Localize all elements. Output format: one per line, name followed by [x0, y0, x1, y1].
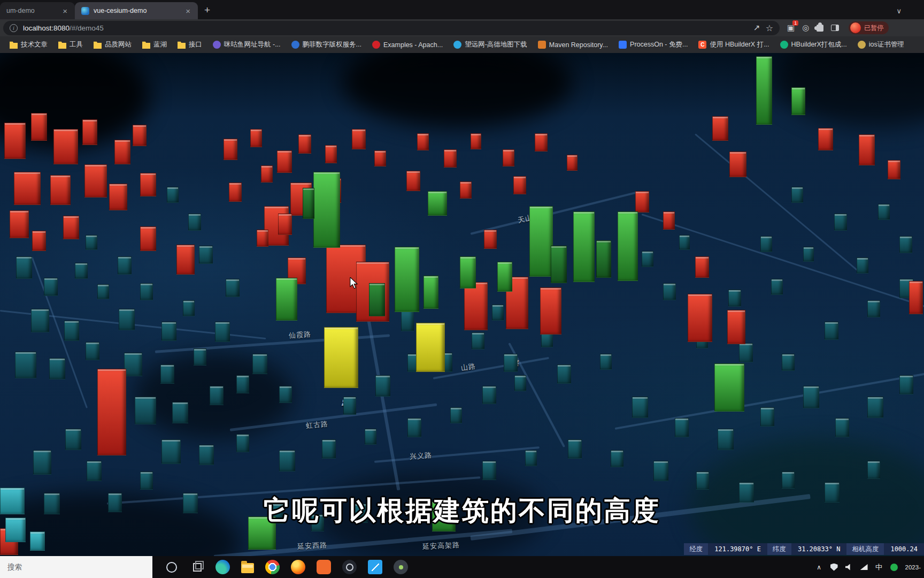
- tray-network-icon[interactable]: [860, 564, 868, 570]
- taskbar-clock[interactable]: 2023-: [900, 564, 924, 571]
- road-label: 虹古路: [305, 419, 328, 431]
- url-path: /#/demo45: [70, 24, 104, 32]
- bookmark-item[interactable]: 接口: [173, 39, 206, 51]
- profile-chip[interactable]: 已暂停: [849, 21, 889, 34]
- building: [663, 283, 676, 300]
- map-shade: [342, 53, 572, 128]
- tray-defender-icon[interactable]: [830, 564, 838, 571]
- site-info-icon[interactable]: i: [10, 24, 18, 32]
- building: [32, 231, 46, 251]
- site-favicon: [453, 41, 461, 49]
- bookmark-label: ProcessOn - 免费...: [630, 40, 688, 49]
- bookmark-label: 蓝湖: [153, 40, 167, 49]
- bookmark-star-icon[interactable]: ☆: [766, 23, 773, 33]
- taskbar-app-vscode-icon[interactable]: [368, 560, 382, 574]
- bookmark-item[interactable]: 工具: [54, 39, 87, 51]
- building: [529, 206, 553, 277]
- building: [471, 133, 481, 149]
- tray-chevron-icon[interactable]: ∧: [815, 564, 823, 571]
- building: [65, 429, 81, 450]
- taskbar-app-explorer-icon[interactable]: [241, 563, 254, 573]
- bookmark-item[interactable]: Maven Repository...: [534, 39, 612, 50]
- bookmark-label: 使用 HBuilderX 打...: [710, 40, 769, 49]
- bookmark-item[interactable]: HBuilderX打包成...: [776, 39, 851, 51]
- bookmark-item[interactable]: 咪咕鱼网址导航 -...: [209, 39, 285, 51]
- building: [867, 461, 880, 479]
- chevron-down-icon[interactable]: ∨: [896, 7, 902, 15]
- building: [226, 279, 240, 297]
- building: [16, 256, 32, 279]
- building: [303, 188, 314, 219]
- building: [756, 56, 772, 125]
- building: [325, 145, 337, 163]
- site-favicon: [858, 41, 866, 49]
- sidebar-panel-icon[interactable]: [831, 25, 839, 31]
- folder-icon: [178, 41, 186, 49]
- cesium-map-canvas[interactable]: 仙霞路虹古路古北路兴义路延安西路延安高架路天山路遵义路山路 它呢可以根据建筑的不…: [0, 53, 924, 556]
- new-tab-button[interactable]: +: [198, 4, 217, 19]
- taskbar-app-ion-icon[interactable]: [394, 560, 408, 574]
- building: [199, 445, 214, 465]
- folder-icon: [142, 41, 150, 49]
- road-label: 延安高架路: [422, 540, 460, 552]
- building: [86, 235, 97, 250]
- close-icon[interactable]: ×: [60, 6, 70, 16]
- building: [343, 397, 356, 415]
- bookmark-item[interactable]: C使用 HBuilderX 打...: [694, 39, 773, 51]
- bookmark-label: 工具: [70, 40, 83, 49]
- bookmark-item[interactable]: ProcessOn - 免费...: [614, 39, 692, 51]
- taskbar-app-edge-icon[interactable]: [215, 560, 230, 574]
- close-icon[interactable]: ×: [183, 6, 192, 16]
- building: [728, 290, 741, 307]
- building: [401, 310, 414, 331]
- bookmark-item[interactable]: 蓝湖: [138, 39, 171, 51]
- extension-box-icon[interactable]: ▣ 1: [787, 23, 795, 33]
- taskbar-app-task-view-icon[interactable]: [190, 560, 204, 574]
- bookmark-label: 望远网-高德地图下载: [465, 40, 527, 49]
- building: [525, 450, 537, 466]
- building: [899, 236, 912, 253]
- tab-vue-cesium-demo[interactable]: vue-cesium-demo ×: [75, 2, 198, 19]
- site-favicon: [780, 41, 788, 49]
- extension-circle-icon[interactable]: ◎: [802, 23, 809, 33]
- bookmark-item[interactable]: 鹏菲数字版权服务...: [287, 39, 366, 51]
- bookmark-item[interactable]: 望远网-高德地图下载: [449, 39, 532, 51]
- extensions-puzzle-icon[interactable]: [817, 25, 823, 32]
- building: [84, 164, 107, 197]
- taskbar-app-snip-icon[interactable]: [317, 560, 331, 574]
- building: [596, 240, 611, 278]
- building: [818, 128, 833, 150]
- tray-volume-icon[interactable]: [845, 564, 853, 571]
- tray-ime-icon[interactable]: 中: [875, 562, 883, 572]
- share-icon[interactable]: ↗: [753, 23, 760, 33]
- building: [124, 353, 142, 376]
- address-bar[interactable]: i localhost:8080/#/demo45 ↗ ☆: [3, 21, 780, 35]
- building: [140, 173, 156, 196]
- avatar: [850, 22, 861, 33]
- building: [236, 434, 249, 452]
- bookmark-item[interactable]: 品质网站: [89, 39, 136, 51]
- building: [635, 191, 649, 212]
- bookmark-item[interactable]: 技术文章: [5, 39, 52, 51]
- building: [215, 322, 230, 342]
- taskbar-search-box[interactable]: 搜索: [0, 556, 152, 578]
- building: [44, 278, 58, 296]
- tab-cesium-demo[interactable]: um-demo ×: [0, 2, 75, 19]
- building: [279, 450, 295, 471]
- building: [782, 471, 795, 489]
- building: [771, 279, 783, 295]
- taskbar-app-cortana-icon[interactable]: [164, 560, 179, 574]
- building: [878, 204, 890, 220]
- taskbar-app-controller-icon[interactable]: [342, 560, 357, 574]
- taskbar-app-firefox-icon[interactable]: [291, 560, 305, 574]
- folder-icon: [10, 41, 18, 49]
- tray-wechat-icon[interactable]: [890, 564, 898, 571]
- building: [504, 354, 518, 372]
- taskbar-app-chrome-icon[interactable]: [265, 560, 280, 574]
- road-label: 古北路: [342, 392, 352, 396]
- extension-badge: 1: [792, 20, 798, 26]
- building: [167, 187, 179, 203]
- bookmark-item[interactable]: Examples - Apach...: [368, 39, 447, 50]
- bookmark-item[interactable]: ios证书管理: [853, 39, 908, 51]
- building: [188, 214, 201, 231]
